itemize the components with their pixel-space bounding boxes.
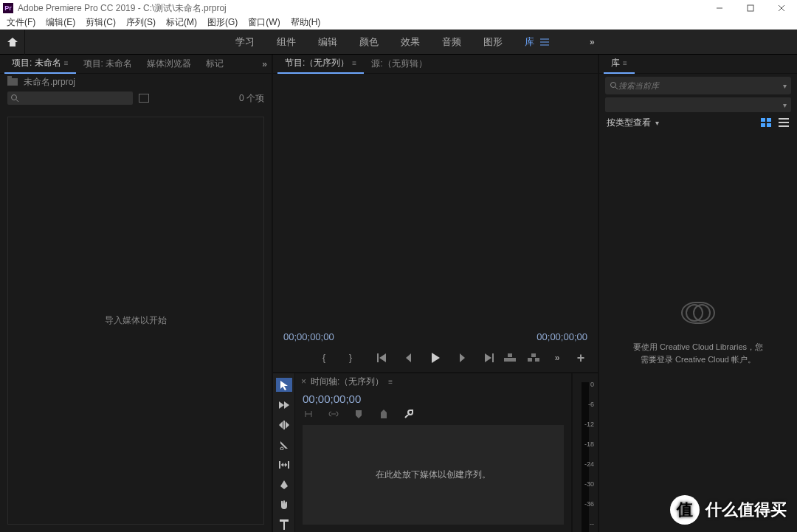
window-close-button[interactable]	[766, 0, 797, 16]
workspace-color[interactable]: 颜色	[348, 30, 390, 55]
panel-menu-icon[interactable]: ≡	[64, 59, 69, 67]
panel-menu-icon[interactable]	[540, 38, 549, 46]
pen-tool[interactable]	[276, 478, 292, 492]
project-search[interactable]	[7, 91, 133, 105]
svg-rect-45	[779, 125, 789, 127]
timeline-marker-icon[interactable]	[378, 408, 390, 420]
workspace-audio[interactable]: 音频	[431, 30, 472, 55]
svg-rect-36	[283, 519, 285, 530]
libraries-search-input[interactable]	[618, 81, 783, 90]
mark-in-button[interactable]: {	[317, 351, 331, 365]
home-icon	[7, 37, 18, 47]
timeline-settings-button[interactable]	[403, 408, 415, 420]
tab-libraries-label: 库	[611, 57, 620, 69]
play-button[interactable]	[429, 351, 442, 365]
timeline-tab-label: 时间轴:（无序列）	[311, 376, 384, 388]
menu-edit[interactable]: 编辑(E)	[41, 16, 80, 29]
step-back-button[interactable]	[402, 351, 415, 365]
project-new-bin-button[interactable]	[139, 94, 149, 103]
slip-tool[interactable]	[276, 458, 292, 472]
timeline-timecode[interactable]: 00;00;00;00	[303, 393, 564, 405]
extract-button[interactable]	[527, 351, 540, 365]
menu-help[interactable]: 帮助(H)	[286, 16, 326, 29]
project-tabs: 项目: 未命名 ≡ 项目: 未命名 媒体浏览器 标记 »	[0, 55, 272, 74]
libraries-view-label[interactable]: 按类型查看	[607, 117, 651, 129]
tab-project-active[interactable]: 项目: 未命名 ≡	[4, 55, 76, 74]
audio-tick: -6	[578, 401, 596, 408]
step-forward-button[interactable]	[455, 351, 469, 365]
tab-media-browser[interactable]: 媒体浏览器	[139, 55, 199, 74]
timeline-drop-zone[interactable]: 在此处放下媒体以创建序列。	[303, 425, 564, 525]
workspace-edit[interactable]: 编辑	[307, 30, 348, 55]
panel-menu-icon[interactable]: ≡	[352, 59, 356, 67]
chevron-down-icon[interactable]: ▾	[655, 119, 659, 127]
chevron-down-icon[interactable]: ▾	[783, 82, 787, 90]
workspace-overflow-button[interactable]: »	[582, 37, 602, 47]
menu-graphics[interactable]: 图形(G)	[202, 16, 243, 29]
view-list-button[interactable]	[778, 117, 790, 128]
tab-program[interactable]: 节目:（无序列） ≡	[277, 55, 364, 74]
home-button[interactable]	[0, 30, 25, 55]
tab-program-label: 节目:（无序列）	[285, 57, 349, 69]
program-current-timecode[interactable]: 00;00;00;00	[283, 331, 334, 342]
svg-marker-25	[279, 421, 283, 429]
ripple-edit-tool[interactable]	[276, 418, 292, 432]
window-maximize-button[interactable]	[735, 0, 766, 16]
menu-clip[interactable]: 剪辑(C)	[80, 16, 121, 29]
svg-marker-24	[284, 401, 289, 409]
workspace-libraries[interactable]: 库	[514, 30, 560, 55]
svg-rect-19	[528, 358, 532, 362]
button-editor-add[interactable]: +	[574, 351, 587, 365]
go-to-in-button[interactable]	[376, 351, 389, 365]
timeline-linked-selection-button[interactable]	[328, 408, 339, 420]
mark-out-button[interactable]: }	[344, 351, 357, 365]
type-tool[interactable]	[276, 518, 292, 532]
svg-marker-11	[379, 353, 386, 362]
svg-rect-31	[288, 461, 289, 469]
svg-marker-33	[281, 463, 283, 467]
hand-tool[interactable]	[276, 498, 292, 512]
tab-source[interactable]: 源:（无剪辑）	[364, 55, 434, 74]
panel-menu-icon[interactable]: ≡	[623, 59, 627, 67]
program-monitor[interactable]	[280, 77, 590, 328]
libraries-empty-state: 要使用 Creative Cloud Libraries，您 需要登录 Crea…	[599, 134, 797, 532]
menu-window[interactable]: 窗口(W)	[243, 16, 285, 29]
track-select-tool[interactable]	[276, 398, 292, 412]
timeline-snap-button[interactable]	[303, 408, 314, 420]
timeline-drop-hint: 在此处放下媒体以创建序列。	[376, 469, 491, 481]
tabs-overflow-button[interactable]: »	[262, 59, 267, 69]
go-to-out-button[interactable]	[482, 351, 495, 365]
libraries-search[interactable]: ▾	[605, 77, 791, 94]
tab-libraries[interactable]: 库 ≡	[604, 55, 635, 74]
timeline-add-marker-button[interactable]	[353, 408, 365, 420]
workspace-graphics[interactable]: 图形	[472, 30, 514, 55]
timeline-tab-close[interactable]: ×	[301, 376, 306, 387]
audio-tick: -36	[578, 500, 596, 508]
selection-tool[interactable]	[276, 378, 292, 392]
workspace-assembly[interactable]: 组件	[266, 30, 307, 55]
project-search-input[interactable]	[18, 94, 130, 103]
razor-tool[interactable]	[276, 438, 292, 452]
svg-marker-34	[285, 463, 287, 467]
watermark-badge: 值	[670, 495, 700, 525]
tab-markers[interactable]: 标记	[199, 55, 231, 74]
menu-file[interactable]: 文件(F)	[1, 16, 41, 29]
libraries-message-line1: 要使用 Creative Cloud Libraries，您	[633, 342, 763, 353]
svg-marker-12	[406, 353, 411, 362]
project-drop-zone[interactable]: 导入媒体以开始	[7, 117, 264, 525]
transport-overflow[interactable]: »	[551, 351, 564, 365]
panel-menu-icon[interactable]: ≡	[388, 378, 393, 386]
tab-project-dup[interactable]: 项目: 未命名	[76, 55, 140, 74]
workspace-learn[interactable]: 学习	[224, 30, 266, 55]
menu-marker[interactable]: 标记(M)	[161, 16, 202, 29]
svg-rect-17	[504, 358, 516, 362]
watermark: 值 什么值得买	[670, 495, 787, 525]
libraries-library-select[interactable]: ▾	[605, 97, 791, 112]
timeline-tab[interactable]: × 时间轴:（无序列） ≡	[295, 373, 571, 390]
lift-button[interactable]	[503, 351, 517, 365]
window-minimize-button[interactable]	[704, 0, 735, 16]
svg-rect-18	[508, 353, 512, 357]
view-grid-button[interactable]	[760, 117, 772, 128]
workspace-effects[interactable]: 效果	[390, 30, 431, 55]
menu-sequence[interactable]: 序列(S)	[121, 16, 161, 29]
